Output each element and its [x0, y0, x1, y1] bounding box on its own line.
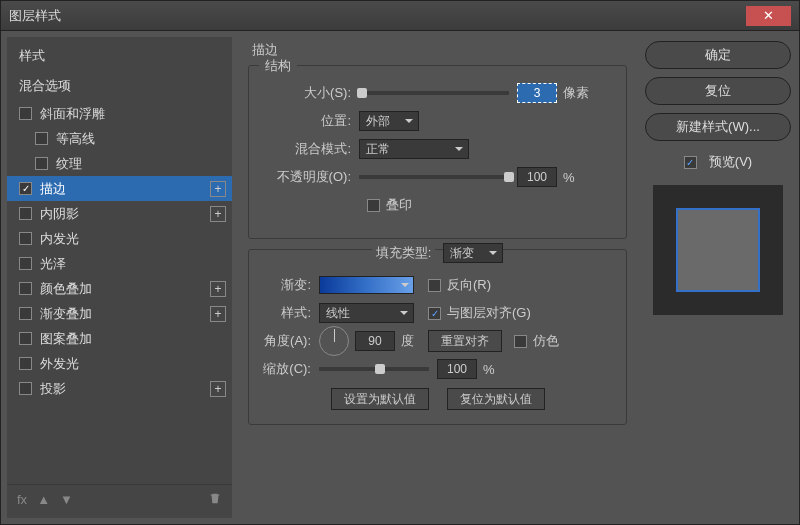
effect-label: 内阴影 — [40, 205, 210, 223]
effect-row-7[interactable]: 颜色叠加+ — [7, 276, 232, 301]
effect-row-10[interactable]: 外发光 — [7, 351, 232, 376]
opacity-slider[interactable] — [359, 175, 509, 179]
effect-row-11[interactable]: 投影+ — [7, 376, 232, 401]
fill-group: 填充类型: 渐变 渐变: 反向(R) 样式: 线性 与图层对齐(G) — [248, 249, 627, 425]
effect-row-1[interactable]: 等高线 — [7, 126, 232, 151]
add-effect-icon[interactable]: + — [210, 306, 226, 322]
filltype-select[interactable]: 渐变 — [443, 243, 503, 263]
reset-align-button[interactable]: 重置对齐 — [428, 330, 502, 352]
add-effect-icon[interactable]: + — [210, 381, 226, 397]
dither-label: 仿色 — [533, 332, 559, 350]
effect-row-2[interactable]: 纹理 — [7, 151, 232, 176]
window-title: 图层样式 — [9, 7, 746, 25]
style-select[interactable]: 线性 — [319, 303, 414, 323]
angle-dial[interactable] — [319, 326, 349, 356]
trash-icon[interactable] — [208, 491, 222, 508]
effect-checkbox[interactable] — [35, 132, 48, 145]
effect-row-0[interactable]: 斜面和浮雕 — [7, 101, 232, 126]
angle-unit: 度 — [401, 332, 414, 350]
effects-list-panel: 样式 混合选项 斜面和浮雕等高线纹理描边+内阴影+内发光光泽颜色叠加+渐变叠加+… — [7, 37, 232, 518]
structure-legend: 结构 — [259, 57, 297, 75]
effect-checkbox[interactable] — [35, 157, 48, 170]
structure-group: 结构 大小(S): 3 像素 位置: 外部 混合模式: 正常 不透明度(O): — [248, 65, 627, 239]
preview-thumbnail — [653, 185, 783, 315]
action-panel: 确定 复位 新建样式(W)... 预览(V) — [643, 37, 793, 518]
opacity-unit: % — [563, 170, 575, 185]
preview-label: 预览(V) — [709, 153, 752, 171]
effect-row-9[interactable]: 图案叠加 — [7, 326, 232, 351]
effect-checkbox[interactable] — [19, 232, 32, 245]
angle-label: 角度(A): — [259, 332, 319, 350]
effect-row-6[interactable]: 光泽 — [7, 251, 232, 276]
cancel-button[interactable]: 复位 — [645, 77, 791, 105]
blendmode-select[interactable]: 正常 — [359, 139, 469, 159]
size-label: 大小(S): — [259, 84, 359, 102]
effect-label: 渐变叠加 — [40, 305, 210, 323]
align-label: 与图层对齐(G) — [447, 304, 531, 322]
effect-label: 描边 — [40, 180, 210, 198]
styles-header[interactable]: 样式 — [7, 41, 232, 71]
effect-row-3[interactable]: 描边+ — [7, 176, 232, 201]
overprint-label: 叠印 — [386, 196, 412, 214]
scale-label: 缩放(C): — [259, 360, 319, 378]
effect-label: 纹理 — [56, 155, 226, 173]
effect-checkbox[interactable] — [19, 382, 32, 395]
effect-checkbox[interactable] — [19, 307, 32, 320]
effect-checkbox[interactable] — [19, 182, 32, 195]
effect-label: 颜色叠加 — [40, 280, 210, 298]
effect-label: 斜面和浮雕 — [40, 105, 226, 123]
reset-default-button[interactable]: 复位为默认值 — [447, 388, 545, 410]
effects-footer: fx ▲ ▼ — [7, 484, 232, 514]
add-effect-icon[interactable]: + — [210, 281, 226, 297]
size-slider[interactable] — [359, 91, 509, 95]
scale-slider[interactable] — [319, 367, 429, 371]
move-up-icon[interactable]: ▲ — [37, 492, 50, 507]
align-checkbox[interactable] — [428, 307, 441, 320]
effect-row-4[interactable]: 内阴影+ — [7, 201, 232, 226]
add-effect-icon[interactable]: + — [210, 206, 226, 222]
titlebar: 图层样式 ✕ — [1, 1, 799, 31]
scale-input[interactable]: 100 — [437, 359, 477, 379]
effect-label: 等高线 — [56, 130, 226, 148]
effect-checkbox[interactable] — [19, 332, 32, 345]
new-style-button[interactable]: 新建样式(W)... — [645, 113, 791, 141]
preview-checkbox[interactable] — [684, 156, 697, 169]
size-unit: 像素 — [563, 84, 589, 102]
move-down-icon[interactable]: ▼ — [60, 492, 73, 507]
ok-button[interactable]: 确定 — [645, 41, 791, 69]
effect-checkbox[interactable] — [19, 207, 32, 220]
dither-checkbox[interactable] — [514, 335, 527, 348]
gradient-label: 渐变: — [259, 276, 319, 294]
make-default-button[interactable]: 设置为默认值 — [331, 388, 429, 410]
blend-options-header[interactable]: 混合选项 — [7, 71, 232, 101]
effect-label: 外发光 — [40, 355, 226, 373]
effect-row-5[interactable]: 内发光 — [7, 226, 232, 251]
effect-label: 内发光 — [40, 230, 226, 248]
reverse-checkbox[interactable] — [428, 279, 441, 292]
effect-row-8[interactable]: 渐变叠加+ — [7, 301, 232, 326]
angle-input[interactable]: 90 — [355, 331, 395, 351]
layer-style-dialog: 图层样式 ✕ 样式 混合选项 斜面和浮雕等高线纹理描边+内阴影+内发光光泽颜色叠… — [0, 0, 800, 525]
position-select[interactable]: 外部 — [359, 111, 419, 131]
opacity-input[interactable]: 100 — [517, 167, 557, 187]
size-input[interactable]: 3 — [517, 83, 557, 103]
effect-checkbox[interactable] — [19, 257, 32, 270]
fx-icon[interactable]: fx — [17, 492, 27, 507]
preview-swatch — [678, 210, 758, 290]
effect-checkbox[interactable] — [19, 107, 32, 120]
effect-label: 图案叠加 — [40, 330, 226, 348]
close-icon: ✕ — [763, 8, 774, 23]
effect-checkbox[interactable] — [19, 357, 32, 370]
close-button[interactable]: ✕ — [746, 6, 791, 26]
add-effect-icon[interactable]: + — [210, 181, 226, 197]
blendmode-label: 混合模式: — [259, 140, 359, 158]
filltype-label: 填充类型: — [372, 244, 436, 262]
style-label: 样式: — [259, 304, 319, 322]
effect-checkbox[interactable] — [19, 282, 32, 295]
gradient-picker[interactable] — [319, 276, 414, 294]
effect-label: 投影 — [40, 380, 210, 398]
effect-label: 光泽 — [40, 255, 226, 273]
dialog-body: 样式 混合选项 斜面和浮雕等高线纹理描边+内阴影+内发光光泽颜色叠加+渐变叠加+… — [1, 31, 799, 524]
reverse-label: 反向(R) — [447, 276, 491, 294]
overprint-checkbox[interactable] — [367, 199, 380, 212]
